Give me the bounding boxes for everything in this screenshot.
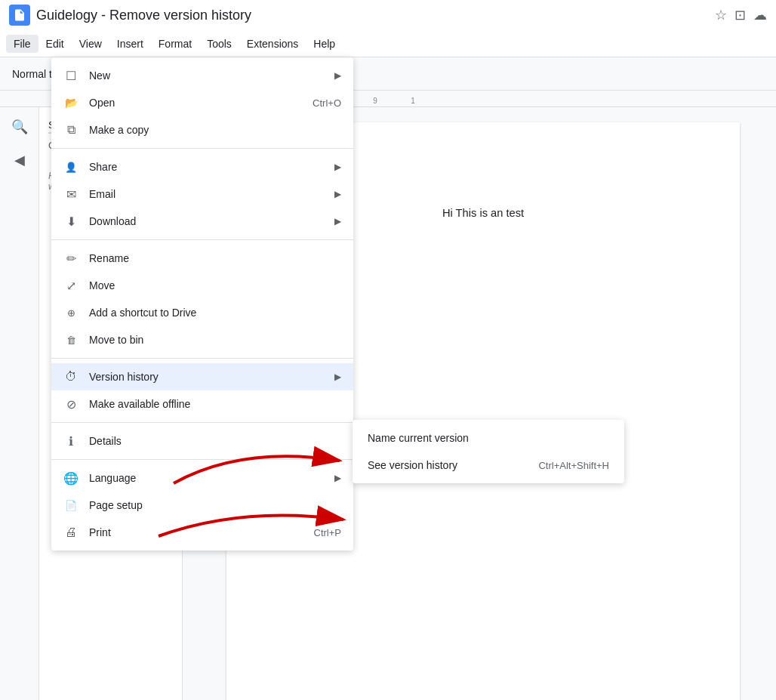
rename-label: Rename	[89, 252, 341, 264]
version-history-icon: ⏱	[63, 369, 79, 384]
see-version-label: See version history	[368, 459, 528, 471]
email-icon: ✉	[63, 187, 79, 202]
name-current-label: Name current version	[368, 432, 609, 444]
docs-icon	[13, 8, 26, 22]
new-label: New	[89, 69, 318, 82]
submenu-name-current[interactable]: Name current version	[353, 424, 624, 452]
page-setup-label: Page setup	[89, 499, 341, 511]
menu-item-version-history[interactable]: ⏱ Version history ▶	[51, 363, 353, 390]
details-icon: ℹ	[63, 433, 79, 449]
copy-label: Make a copy	[89, 124, 341, 136]
ruler-marker: 9	[356, 97, 394, 106]
share-label: Share	[89, 161, 318, 173]
add-shortcut-icon: ⊕	[63, 305, 79, 320]
menu-item-open[interactable]: 📂 Open Ctrl+O	[51, 89, 353, 116]
download-label: Download	[89, 215, 318, 227]
arrow-icon: ▶	[334, 70, 341, 81]
menu-item-share[interactable]: 👤 Share ▶	[51, 153, 353, 180]
language-icon: 🌐	[63, 470, 79, 486]
submenu-see-version-history[interactable]: See version history Ctrl+Alt+Shift+H	[353, 452, 624, 479]
language-label: Language	[89, 472, 318, 484]
menu-view[interactable]: View	[72, 35, 109, 53]
menu-item-add-shortcut[interactable]: ⊕ Add a shortcut to Drive	[51, 299, 353, 326]
share-icon: 👤	[63, 159, 79, 174]
open-shortcut: Ctrl+O	[313, 97, 341, 109]
menu-item-print[interactable]: 🖨 Print Ctrl+P	[51, 519, 353, 546]
offline-icon: ⊘	[63, 396, 79, 412]
title-icons: ☆ ⊡ ☁	[715, 7, 767, 23]
version-history-label: Version history	[89, 371, 318, 383]
arrow-icon: ▶	[334, 189, 341, 199]
page-setup-icon: 📄	[63, 498, 79, 513]
divider-4	[51, 422, 353, 423]
menu-tools[interactable]: Tools	[199, 35, 239, 53]
sidebar: 🔍 ◀	[0, 107, 39, 700]
title-bar: Guidelogy - Remove version history ☆ ⊡ ☁	[0, 0, 776, 30]
divider-3	[51, 358, 353, 359]
menu-help[interactable]: Help	[306, 35, 343, 53]
menu-item-new[interactable]: ☐ New ▶	[51, 62, 353, 89]
email-label: Email	[89, 188, 318, 200]
menu-item-rename[interactable]: ✏ Rename	[51, 245, 353, 272]
menu-item-move-to-bin[interactable]: 🗑 Move to bin	[51, 326, 353, 353]
arrow-icon: ▶	[334, 162, 341, 172]
copy-icon: ⧉	[63, 122, 79, 137]
sidebar-search-button[interactable]: 🔍	[6, 113, 33, 140]
doc-icon	[9, 5, 30, 26]
version-history-submenu: Name current version See version history…	[353, 420, 624, 483]
menu-format[interactable]: Format	[151, 35, 199, 53]
bin-label: Move to bin	[89, 334, 341, 346]
sidebar-collapse-button[interactable]: ◀	[6, 146, 33, 174]
menu-item-move[interactable]: ⤢ Move	[51, 272, 353, 299]
move-label: Move	[89, 279, 341, 291]
menu-insert[interactable]: Insert	[109, 35, 151, 53]
menu-item-page-setup[interactable]: 📄 Page setup	[51, 492, 353, 519]
rename-icon: ✏	[63, 251, 79, 266]
menu-item-email[interactable]: ✉ Email ▶	[51, 180, 353, 208]
menu-item-offline[interactable]: ⊘ Make available offline	[51, 390, 353, 418]
add-shortcut-label: Add a shortcut to Drive	[89, 307, 341, 319]
see-version-shortcut: Ctrl+Alt+Shift+H	[538, 460, 609, 471]
open-label: Open	[89, 97, 302, 109]
menu-extensions[interactable]: Extensions	[239, 35, 306, 53]
arrow-icon: ▶	[334, 216, 341, 227]
file-menu-dropdown: ☐ New ▶ 📂 Open Ctrl+O ⧉ Make a copy 👤 Sh…	[51, 57, 353, 550]
details-label: Details	[89, 435, 341, 447]
new-icon: ☐	[63, 68, 79, 83]
print-label: Print	[89, 526, 303, 538]
arrow-icon: ▶	[334, 372, 341, 382]
open-icon: 📂	[63, 95, 79, 110]
menu-item-download[interactable]: ⬇ Download ▶	[51, 208, 353, 235]
menu-item-make-copy[interactable]: ⧉ Make a copy	[51, 116, 353, 143]
star-icon[interactable]: ☆	[715, 7, 727, 23]
arrow-icon: ▶	[334, 473, 341, 483]
menu-bar: File Edit View Insert Format Tools Exten…	[0, 30, 776, 57]
menu-edit[interactable]: Edit	[38, 35, 72, 53]
divider-2	[51, 239, 353, 240]
print-shortcut: Ctrl+P	[314, 527, 341, 538]
divider-5	[51, 459, 353, 460]
download-icon: ⬇	[63, 214, 79, 229]
move-icon: ⤢	[63, 278, 79, 293]
menu-file[interactable]: File	[6, 35, 38, 53]
divider-1	[51, 148, 353, 149]
menu-item-language[interactable]: 🌐 Language ▶	[51, 464, 353, 492]
cloud-icon[interactable]: ☁	[753, 7, 767, 23]
offline-label: Make available offline	[89, 398, 341, 410]
ruler-marker: 1	[394, 97, 432, 106]
menu-item-details[interactable]: ℹ Details	[51, 427, 353, 455]
doc-title: Guidelogy - Remove version history	[36, 8, 709, 23]
bin-icon: 🗑	[63, 332, 79, 347]
folder-icon[interactable]: ⊡	[734, 7, 746, 23]
print-icon: 🖨	[63, 525, 79, 540]
